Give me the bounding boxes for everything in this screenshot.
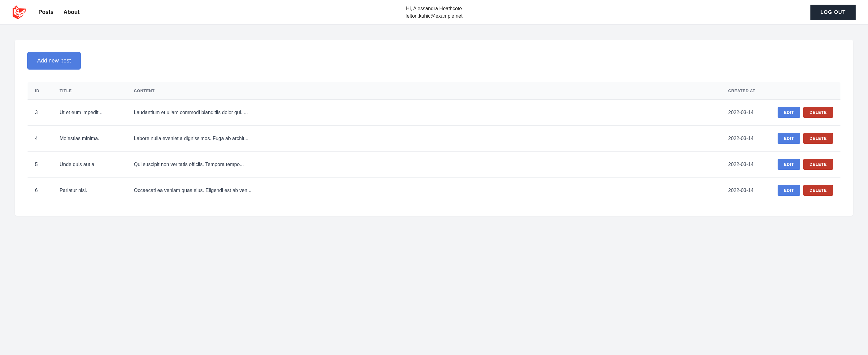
cell-created-at: 2022-03-14: [721, 126, 770, 151]
edit-button[interactable]: EDIT: [778, 159, 800, 170]
posts-table: ID TITLE CONTENT CREATED AT 3 Ut et eum …: [27, 82, 841, 204]
cell-id: 5: [28, 151, 52, 178]
cell-title: Pariatur nisi.: [52, 178, 127, 204]
cell-content: Labore nulla eveniet a dignissimos. Fuga…: [127, 126, 721, 151]
content-card: Add new post ID TITLE CONTENT CREATED AT…: [15, 40, 853, 216]
col-header-content: CONTENT: [127, 82, 721, 100]
table-body: 3 Ut et eum impedit... Laudantium et ull…: [28, 100, 841, 204]
cell-actions: EDIT DELETE: [770, 126, 840, 151]
navbar: Posts About Hi, Alessandra Heathcote fel…: [0, 0, 868, 25]
delete-button[interactable]: DELETE: [803, 107, 833, 118]
col-header-title: TITLE: [52, 82, 127, 100]
nav-link-about[interactable]: About: [63, 9, 80, 15]
col-header-created: CREATED AT: [721, 82, 770, 100]
cell-id: 6: [28, 178, 52, 204]
cell-title: Molestias minima.: [52, 126, 127, 151]
cell-content: Qui suscipit non veritatis officiis. Tem…: [127, 151, 721, 178]
nav-link-posts[interactable]: Posts: [38, 9, 54, 15]
cell-actions: EDIT DELETE: [770, 100, 840, 126]
user-email: felton.kuhic@example.net: [405, 12, 463, 20]
table-row: 4 Molestias minima. Labore nulla eveniet…: [28, 126, 841, 151]
edit-button[interactable]: EDIT: [778, 185, 800, 196]
cell-id: 4: [28, 126, 52, 151]
user-name: Hi, Alessandra Heathcote: [405, 5, 463, 12]
add-post-button[interactable]: Add new post: [27, 52, 81, 70]
col-header-id: ID: [28, 82, 52, 100]
table-row: 3 Ut et eum impedit... Laudantium et ull…: [28, 100, 841, 126]
cell-actions: EDIT DELETE: [770, 151, 840, 178]
delete-button[interactable]: DELETE: [803, 185, 833, 196]
edit-button[interactable]: EDIT: [778, 107, 800, 118]
navbar-links: Posts About: [38, 9, 80, 15]
cell-created-at: 2022-03-14: [721, 178, 770, 204]
cell-title: Ut et eum impedit...: [52, 100, 127, 126]
delete-button[interactable]: DELETE: [803, 133, 833, 144]
table-row: 5 Unde quis aut a. Qui suscipit non veri…: [28, 151, 841, 178]
cell-created-at: 2022-03-14: [721, 151, 770, 178]
cell-content: Laudantium et ullam commodi blanditiis d…: [127, 100, 721, 126]
cell-id: 3: [28, 100, 52, 126]
logout-button[interactable]: LOG OUT: [810, 5, 856, 20]
delete-button[interactable]: DELETE: [803, 159, 833, 170]
col-header-actions: [770, 82, 840, 100]
laravel-icon: [12, 6, 26, 19]
cell-actions: EDIT DELETE: [770, 178, 840, 204]
main-content: Add new post ID TITLE CONTENT CREATED AT…: [0, 25, 868, 231]
table-row: 6 Pariatur nisi. Occaecati ea veniam qua…: [28, 178, 841, 204]
navbar-user-info: Hi, Alessandra Heathcote felton.kuhic@ex…: [405, 5, 463, 20]
edit-button[interactable]: EDIT: [778, 133, 800, 144]
cell-content: Occaecati ea veniam quas eius. Eligendi …: [127, 178, 721, 204]
cell-created-at: 2022-03-14: [721, 100, 770, 126]
cell-title: Unde quis aut a.: [52, 151, 127, 178]
table-header: ID TITLE CONTENT CREATED AT: [28, 82, 841, 100]
brand-logo[interactable]: [12, 6, 26, 19]
